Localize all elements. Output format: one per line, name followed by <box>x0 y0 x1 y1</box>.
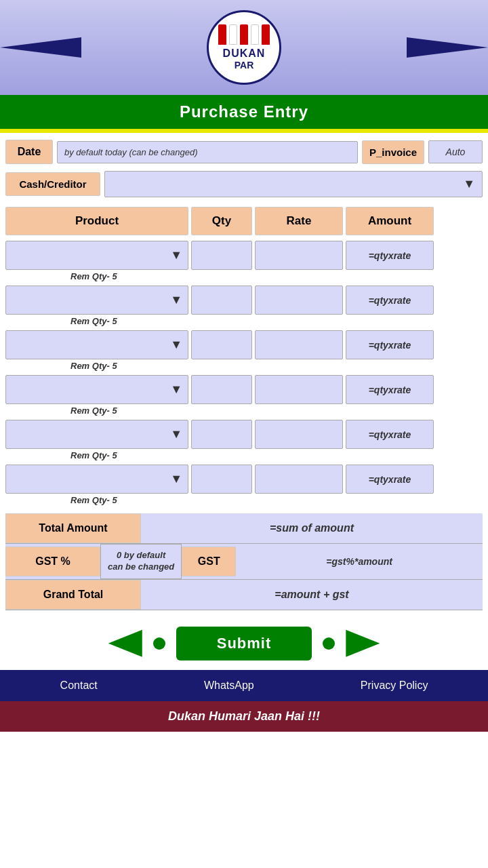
chevron-down-icon: ▼ <box>170 472 182 486</box>
gst-label2: GST <box>182 547 236 576</box>
header-wing-left <box>0 37 81 58</box>
grand-total-row: Grand Total =amount + gst <box>5 580 483 610</box>
stripe-3 <box>240 24 248 45</box>
rem-qty-1: Rem Qty- 5 <box>5 316 483 326</box>
product-row-top-2: ▼ =qtyxrate <box>5 330 483 359</box>
product-row-top-1: ▼ =qtyxrate <box>5 285 483 315</box>
rate-input-5[interactable] <box>255 465 343 494</box>
chevron-down-icon: ▼ <box>170 338 182 352</box>
product-row: ▼ =qtyxrate Rem Qty- 5 <box>5 375 483 416</box>
product-row: ▼ =qtyxrate Rem Qty- 5 <box>5 241 483 281</box>
privacy-link[interactable]: Privacy Policy <box>361 679 428 692</box>
qty-input-3[interactable] <box>191 375 252 404</box>
chevron-down-icon: ▼ <box>170 382 182 397</box>
rate-input-2[interactable] <box>255 330 343 359</box>
pinvoice-value[interactable]: Auto <box>428 140 483 163</box>
creditor-row: Cash/Creditor ▼ <box>5 171 483 197</box>
product-row-top-0: ▼ =qtyxrate <box>5 241 483 270</box>
nav-dot-right <box>323 637 335 650</box>
stripe-5 <box>262 24 270 45</box>
date-row: Date by default today (can be changed) P… <box>5 140 483 164</box>
nav-dot-left <box>153 637 165 650</box>
contact-link[interactable]: Contact <box>60 679 98 692</box>
gst-label: GST % <box>5 547 100 576</box>
date-label: Date <box>5 140 53 164</box>
nav-back-arrow[interactable] <box>108 630 142 657</box>
pinvoice-label: P_invoice <box>362 140 424 164</box>
chevron-down-icon: ▼ <box>170 293 182 307</box>
rate-input-0[interactable] <box>255 241 343 270</box>
rate-input-3[interactable] <box>255 375 343 404</box>
grand-total-value: =amount + gst <box>141 580 483 609</box>
date-input[interactable]: by default today (can be changed) <box>57 141 358 163</box>
product-dropdown-0[interactable]: ▼ <box>5 241 188 270</box>
qty-input-1[interactable] <box>191 285 252 315</box>
page-title: Purchase Entry <box>180 102 308 121</box>
rem-qty-0: Rem Qty- 5 <box>5 271 483 281</box>
chevron-down-icon: ▼ <box>170 248 182 262</box>
title-bar: Purchase Entry <box>0 95 488 129</box>
tagline-text: Dukan Humari Jaan Hai !!! <box>168 709 320 723</box>
form-area: Date by default today (can be changed) P… <box>0 133 488 617</box>
amount-display-0: =qtyxrate <box>346 241 434 270</box>
amount-display-3: =qtyxrate <box>346 375 434 404</box>
product-row: ▼ =qtyxrate Rem Qty- 5 <box>5 465 483 505</box>
qty-input-2[interactable] <box>191 330 252 359</box>
col-product: Product <box>5 207 188 235</box>
logo-dukan: DUKAN <box>223 47 266 60</box>
stripe-1 <box>218 24 226 45</box>
product-row-top-4: ▼ =qtyxrate <box>5 420 483 449</box>
chevron-down-icon: ▼ <box>170 427 182 441</box>
tagline-bar: Dukan Humari Jaan Hai !!! <box>0 701 488 732</box>
gst-default[interactable]: 0 by defaultcan be changed <box>100 544 182 579</box>
product-dropdown-3[interactable]: ▼ <box>5 375 188 404</box>
rem-qty-2: Rem Qty- 5 <box>5 361 483 371</box>
creditor-label: Cash/Creditor <box>5 172 100 196</box>
rem-qty-3: Rem Qty- 5 <box>5 406 483 416</box>
stripe-2 <box>229 24 237 45</box>
product-dropdown-2[interactable]: ▼ <box>5 330 188 359</box>
qty-input-4[interactable] <box>191 420 252 449</box>
logo-stripes <box>218 24 270 45</box>
product-row-top-5: ▼ =qtyxrate <box>5 465 483 494</box>
gst-row: GST % 0 by defaultcan be changed GST =gs… <box>5 544 483 580</box>
amount-display-5: =qtyxrate <box>346 465 434 494</box>
product-dropdown-4[interactable]: ▼ <box>5 420 188 449</box>
nav-forward-arrow[interactable] <box>346 630 380 657</box>
rate-input-4[interactable] <box>255 420 343 449</box>
col-qty: Qty <box>191 207 252 235</box>
creditor-dropdown[interactable]: ▼ <box>104 171 483 197</box>
qty-input-0[interactable] <box>191 241 252 270</box>
product-dropdown-1[interactable]: ▼ <box>5 285 188 315</box>
logo-par: PAR <box>235 60 254 71</box>
rem-qty-5: Rem Qty- 5 <box>5 495 483 505</box>
total-amount-row: Total Amount =sum of amount <box>5 513 483 544</box>
product-row: ▼ =qtyxrate Rem Qty- 5 <box>5 330 483 371</box>
product-row: ▼ =qtyxrate Rem Qty- 5 <box>5 285 483 326</box>
total-amount-value: =sum of amount <box>141 514 483 542</box>
col-rate: Rate <box>255 207 343 235</box>
whatsapp-link[interactable]: WhatsApp <box>204 679 254 692</box>
amount-display-2: =qtyxrate <box>346 330 434 359</box>
submit-row: Submit <box>0 617 488 670</box>
total-amount-label: Total Amount <box>5 513 141 543</box>
amount-display-4: =qtyxrate <box>346 420 434 449</box>
header: DUKAN PAR <box>0 0 488 95</box>
stripe-4 <box>251 24 259 45</box>
totals-section: Total Amount =sum of amount GST % 0 by d… <box>5 513 483 610</box>
col-amount: Amount <box>346 207 434 235</box>
rate-input-1[interactable] <box>255 285 343 315</box>
gst-value: =gst%*amount <box>236 548 483 575</box>
product-dropdown-5[interactable]: ▼ <box>5 465 188 494</box>
amount-display-1: =qtyxrate <box>346 285 434 315</box>
logo: DUKAN PAR <box>207 10 281 85</box>
grand-total-label: Grand Total <box>5 580 141 610</box>
product-row: ▼ =qtyxrate Rem Qty- 5 <box>5 420 483 460</box>
product-row-top-3: ▼ =qtyxrate <box>5 375 483 404</box>
submit-button[interactable]: Submit <box>176 627 312 660</box>
qty-input-5[interactable] <box>191 465 252 494</box>
table-header: Product Qty Rate Amount <box>5 207 483 235</box>
header-wing-right <box>407 37 488 58</box>
footer-nav: Contact WhatsApp Privacy Policy <box>0 670 488 701</box>
rem-qty-4: Rem Qty- 5 <box>5 450 483 460</box>
